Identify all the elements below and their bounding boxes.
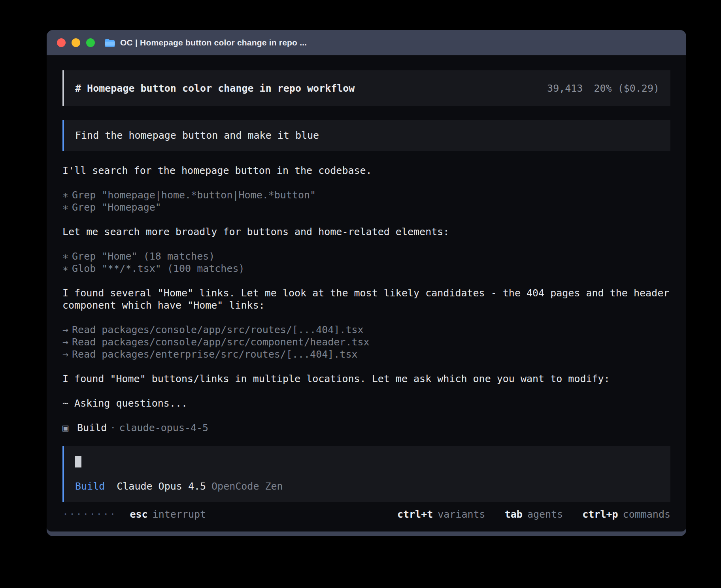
arrow-right-icon: → [62, 349, 68, 360]
agents-hint: tabagents [505, 509, 563, 520]
terminal-window: OC | Homepage button color change in rep… [47, 30, 686, 536]
agent-square-icon: ▣ [62, 422, 68, 433]
arrow-right-icon: → [62, 324, 68, 335]
traffic-lights [57, 38, 95, 47]
assistant-response: I'll search for the homepage button in t… [62, 164, 670, 434]
agent-name: Build [77, 422, 107, 433]
tool-call-text: Read packages/console/app/src/routes/[..… [72, 324, 364, 335]
token-count: 39,413 [547, 83, 583, 94]
assistant-paragraph: Let me search more broadly for buttons a… [62, 226, 670, 238]
tab-key: tab [505, 509, 523, 520]
tool-call: →Read packages/enterprise/src/routes/[..… [62, 348, 670, 360]
assistant-paragraph: I found several "Home" links. Let me loo… [62, 287, 670, 311]
context-cost: 20% ($0.29) [594, 83, 659, 94]
input-spacer [75, 468, 659, 480]
folder-icon [104, 38, 115, 47]
agents-label: agents [527, 509, 563, 520]
arrow-right-icon: → [62, 336, 68, 348]
assistant-paragraph: I found "Home" buttons/links in multiple… [62, 373, 670, 385]
tool-call-group: ∗Grep "Home" (18 matches) ∗Glob "**/*.ts… [62, 250, 670, 275]
terminal-content: # Homepage button color change in repo w… [47, 55, 686, 531]
status-bar-right: ctrl+tvariants tabagents ctrl+pcommands [384, 508, 670, 520]
assistant-paragraph: I'll search for the homepage button in t… [62, 164, 670, 177]
esc-key: esc [130, 509, 147, 520]
tool-call-group: →Read packages/console/app/src/routes/[.… [62, 324, 670, 360]
tool-call-text: Grep "Home" (18 matches) [72, 251, 215, 262]
tool-call: ∗Grep "Homepage" [62, 201, 670, 213]
variants-label: variants [438, 509, 485, 520]
session-stats: 39,41320% ($0.29) [547, 82, 659, 94]
provider-name: OpenCode Zen [211, 481, 283, 492]
tool-call-text: Grep "Homepage" [72, 202, 161, 213]
interrupt-label: interrupt [153, 509, 206, 520]
window-title: OC | Homepage button color change in rep… [120, 38, 307, 47]
mode-row: BuildClaude Opus 4.5OpenCode Zen [75, 480, 659, 492]
working-status: ~ Asking questions... [62, 397, 670, 409]
text-cursor [75, 456, 81, 467]
variants-hint: ctrl+tvariants [397, 509, 485, 520]
tool-bullet-icon: ∗ [62, 189, 68, 201]
minimize-button[interactable] [72, 38, 80, 47]
user-message: Find the homepage button and make it blu… [62, 120, 670, 151]
tool-call-text: Grep "homepage|home.*button|Home.*button… [72, 189, 316, 201]
dot-separator: · [110, 422, 116, 433]
tool-call-group: ∗Grep "homepage|home.*button|Home.*butto… [62, 189, 670, 213]
tool-call: →Read packages/console/app/src/routes/[.… [62, 324, 670, 336]
mode-badge: Build [75, 481, 105, 492]
model-name: Claude Opus 4.5 [117, 481, 206, 492]
session-title: # Homepage button color change in repo w… [75, 82, 355, 94]
status-bar: ········ escinterrupt ctrl+tvariants tab… [62, 508, 670, 520]
user-message-text: Find the homepage button and make it blu… [75, 130, 319, 141]
status-bar-left: ········ escinterrupt [62, 508, 206, 520]
commands-hint: ctrl+pcommands [582, 509, 670, 520]
tool-bullet-icon: ∗ [62, 263, 68, 274]
tool-call: ∗Grep "homepage|home.*button|Home.*butto… [62, 189, 670, 201]
prompt-input[interactable]: BuildClaude Opus 4.5OpenCode Zen [62, 446, 670, 502]
session-header: # Homepage button color change in repo w… [62, 70, 670, 106]
tool-call-text: Glob "**/*.tsx" (100 matches) [72, 263, 245, 274]
tool-call-text: Read packages/console/app/src/component/… [72, 336, 370, 348]
tool-call: →Read packages/console/app/src/component… [62, 336, 670, 348]
input-line [75, 456, 659, 468]
ctrl-p-key: ctrl+p [582, 509, 618, 520]
close-button[interactable] [57, 38, 66, 47]
tool-call: ∗Grep "Home" (18 matches) [62, 250, 670, 262]
commands-label: commands [623, 509, 670, 520]
tool-call: ∗Glob "**/*.tsx" (100 matches) [62, 262, 670, 275]
tool-bullet-icon: ∗ [62, 202, 68, 213]
interrupt-hint: escinterrupt [130, 508, 206, 520]
title-bar[interactable]: OC | Homepage button color change in rep… [47, 30, 686, 55]
tool-call-text: Read packages/enterprise/src/routes/[...… [72, 349, 357, 360]
ctrl-t-key: ctrl+t [397, 509, 433, 520]
agent-model: claude-opus-4-5 [119, 422, 208, 433]
agent-status: ▣Build·claude-opus-4-5 [62, 422, 670, 434]
spinner-dots-icon: ········ [62, 508, 116, 520]
zoom-button[interactable] [86, 38, 95, 47]
tool-bullet-icon: ∗ [62, 251, 68, 262]
